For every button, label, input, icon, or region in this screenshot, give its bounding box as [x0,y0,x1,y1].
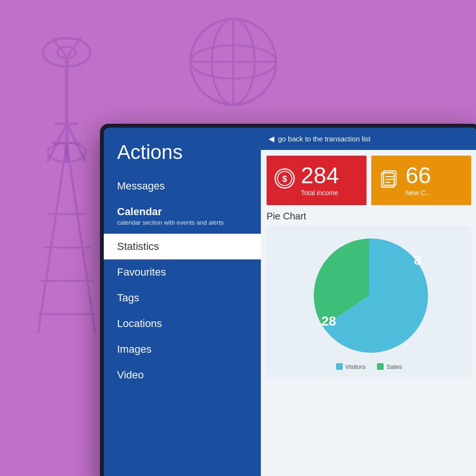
chart-title: Pie Chart [267,211,471,222]
legend-dot-visitors [336,363,343,370]
device-frame: Actions Messages Calendar calendar secti… [100,124,476,476]
legend-label-sales: Sales [387,363,402,370]
pie-chart: 28 8 [307,234,431,357]
legend-item-sales: Sales [377,363,402,370]
stat-card-income-content: 284 Total income [301,164,339,197]
legend-dot-sales [377,363,384,370]
pie-label-sales: 8 [414,253,421,268]
legend-item-visitors: Visitors [336,363,366,370]
dollar-icon: $ [274,168,295,193]
sidebar-item-messages[interactable]: Messages [104,173,261,199]
chart-legend: Visitors Sales [336,363,402,370]
nav-bar[interactable]: ◀ go back to the transaction list [261,128,476,150]
stat-card-total-income[interactable]: $ 284 Total income [267,156,367,205]
sidebar-item-images[interactable]: Images [104,337,261,362]
chart-section: Pie Chart 28 8 [261,205,476,476]
svg-line-14 [38,143,67,333]
sidebar-item-statistics[interactable]: Statistics [104,234,261,259]
sidebar: Actions Messages Calendar calendar secti… [104,128,261,476]
chart-container: 28 8 Visitors Sales [267,226,471,378]
svg-line-15 [67,143,95,333]
nav-back-label: go back to the transaction list [278,135,370,143]
stat-card-customers-number: 66 [406,164,431,187]
sidebar-item-favourites[interactable]: Favourites [104,259,261,285]
stat-card-new-customers[interactable]: 66 New C... [371,156,471,205]
svg-text:$: $ [282,174,287,184]
device-screen: Actions Messages Calendar calendar secti… [104,128,476,476]
tower-decoration [24,143,109,335]
stat-cards-row: $ 284 Total income [261,150,476,205]
stat-card-income-number: 284 [301,164,339,187]
pie-label-visitors: 28 [321,314,336,329]
sidebar-item-locations[interactable]: Locations [104,311,261,337]
stat-card-customers-content: 66 New C... [406,164,431,197]
stat-card-income-label: Total income [301,189,339,197]
sidebar-item-video[interactable]: Video [104,362,261,388]
stat-card-customers-label: New C... [406,189,431,197]
sidebar-item-tags[interactable]: Tags [104,285,261,311]
legend-label-visitors: Visitors [346,363,366,370]
sidebar-title: Actions [104,128,261,173]
globe-decoration [181,10,286,116]
document-stack-icon [379,168,400,193]
main-content: ◀ go back to the transaction list $ 2 [261,128,476,476]
back-arrow-icon: ◀ [268,134,274,143]
sidebar-item-calendar[interactable]: Calendar calendar section with events an… [104,199,261,234]
